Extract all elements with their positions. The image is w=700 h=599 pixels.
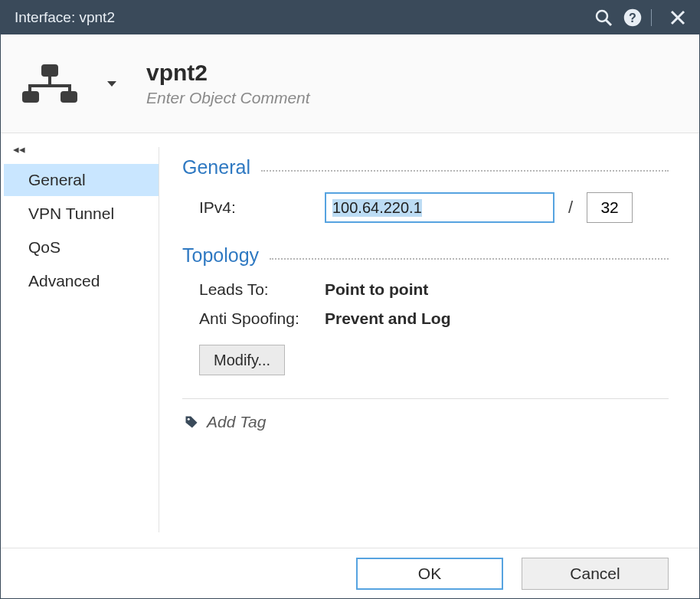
object-header: vpnt2 Enter Object Comment (1, 34, 699, 133)
leads-to-value: Point to point (325, 280, 428, 299)
tag-icon (184, 414, 199, 430)
section-topology-title: Topology (182, 244, 669, 267)
section-general-label: General (182, 156, 261, 178)
anti-spoofing-value: Prevent and Log (325, 309, 451, 328)
leads-to-row: Leads To: Point to point (182, 280, 669, 299)
help-icon[interactable]: ? (622, 7, 643, 28)
leads-to-label: Leads To: (182, 280, 325, 299)
sidebar-item-advanced[interactable]: Advanced (4, 265, 159, 297)
object-name[interactable]: vpnt2 (146, 60, 310, 87)
svg-point-7 (188, 418, 190, 421)
svg-point-0 (597, 11, 607, 21)
titlebar: Interface: vpnt2 ? (1, 1, 699, 34)
sidebar-item-qos[interactable]: QoS (4, 231, 159, 263)
anti-spoofing-label: Anti Spoofing: (182, 309, 325, 328)
anti-spoofing-row: Anti Spoofing: Prevent and Log (182, 309, 669, 328)
dialog-footer: OK Cancel (1, 548, 699, 598)
section-general-title: General (182, 156, 669, 178)
section-topology-label: Topology (182, 244, 270, 267)
close-icon[interactable] (667, 7, 689, 28)
window-title: Interface: vpnt2 (15, 9, 585, 26)
titlebar-divider (651, 9, 652, 26)
interface-properties-dialog: Interface: vpnt2 ? vpnt2 Enter Object Co… (0, 0, 700, 599)
svg-marker-6 (107, 81, 116, 87)
cidr-slash: / (554, 198, 587, 218)
content-pane: General IPv4: / Topology Leads To: Point… (159, 133, 699, 548)
collapse-sidebar-icon[interactable]: ◂◂ (4, 139, 25, 164)
sidebar-item-general[interactable]: General (4, 164, 159, 196)
ok-button[interactable]: OK (356, 558, 503, 590)
ipv4-label: IPv4: (182, 198, 325, 217)
search-icon[interactable] (593, 7, 614, 28)
svg-text:?: ? (629, 11, 636, 25)
icon-dropdown[interactable] (100, 80, 123, 87)
object-comment-placeholder[interactable]: Enter Object Comment (146, 89, 310, 107)
cancel-button[interactable]: Cancel (522, 558, 669, 590)
prefix-input[interactable] (587, 192, 633, 223)
content-divider (182, 398, 669, 399)
add-tag-button[interactable]: Add Tag (182, 413, 669, 431)
ipv4-input[interactable] (325, 192, 554, 223)
ipv4-row: IPv4: / (182, 192, 669, 223)
add-tag-label: Add Tag (207, 413, 266, 431)
network-icon (25, 34, 100, 133)
svg-line-1 (606, 20, 611, 25)
sidebar: ◂◂ General VPN Tunnel QoS Advanced (1, 133, 159, 548)
sidebar-item-vpn-tunnel[interactable]: VPN Tunnel (4, 198, 159, 230)
modify-button[interactable]: Modify... (199, 345, 285, 375)
